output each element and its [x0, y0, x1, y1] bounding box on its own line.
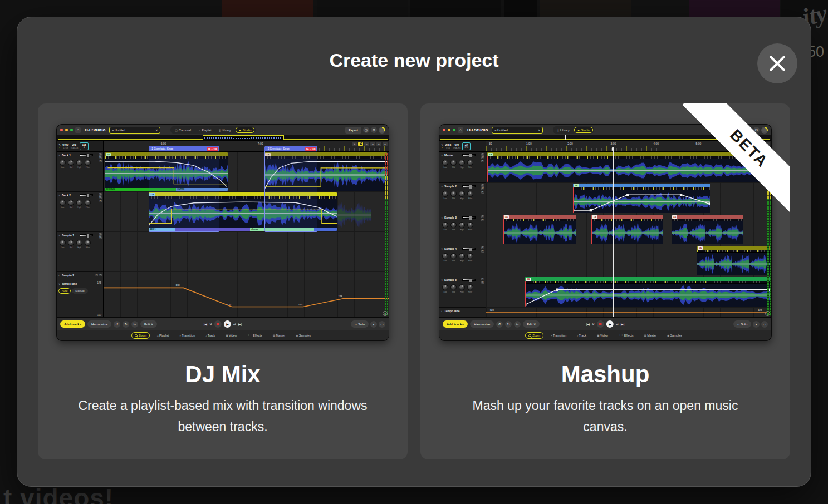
export-button[interactable]: Export: [345, 127, 361, 134]
chevron-down-icon[interactable]: ∨: [58, 283, 61, 285]
chevron-down-icon[interactable]: ∨: [441, 279, 443, 281]
solo-button[interactable]: ∩ Solo: [351, 320, 369, 328]
knob-filter[interactable]: Filter: [85, 160, 91, 169]
knob-dial[interactable]: [467, 284, 473, 290]
cut-button[interactable]: ✂: [131, 321, 138, 328]
knob-dial[interactable]: [60, 200, 66, 206]
track-button-s[interactable]: S: [481, 246, 484, 249]
track-button-m[interactable]: M: [481, 187, 484, 190]
knob-dial[interactable]: [68, 240, 74, 246]
chevron-down-icon[interactable]: ∨: [58, 234, 61, 237]
knob-mid[interactable]: Mid: [450, 284, 457, 293]
history-icon[interactable]: ◷: [363, 127, 369, 133]
track-button-a[interactable]: A: [481, 160, 484, 162]
track-button-s[interactable]: S: [99, 233, 102, 236]
knob-dial[interactable]: [68, 200, 74, 206]
jump-back-button[interactable]: «: [759, 142, 764, 146]
chevron-down-icon[interactable]: ∨: [58, 194, 61, 197]
chevron-down-icon[interactable]: ∨: [441, 154, 443, 157]
knob-dial[interactable]: [450, 284, 457, 290]
pencil-button[interactable]: ✎: [734, 142, 739, 146]
knob-dial[interactable]: [450, 191, 457, 197]
jump-back-button[interactable]: «: [376, 142, 381, 146]
knob-dial[interactable]: [467, 253, 473, 259]
skip-to-start-button[interactable]: |◀: [204, 322, 207, 326]
knob-high[interactable]: High: [76, 240, 82, 249]
track-volume-slider[interactable]: [462, 185, 476, 187]
audio-clip[interactable]: 6A: [697, 246, 771, 275]
bottom-tab-transition[interactable]: ×Transition: [547, 332, 570, 339]
tab-playlist[interactable]: ≡Playlist: [195, 127, 214, 133]
settings-gear-icon[interactable]: ⚙: [753, 127, 760, 133]
bottom-tab-video[interactable]: ▣Video: [594, 332, 611, 339]
harmonize-button[interactable]: Harmonize: [470, 320, 494, 328]
redo-button[interactable]: ↻: [123, 321, 129, 328]
knob-mid[interactable]: Mid: [450, 253, 457, 262]
knob-low[interactable]: Low: [442, 222, 448, 231]
tempo-mode-manual[interactable]: Manual: [72, 288, 87, 294]
avatar[interactable]: [379, 127, 385, 134]
skip-to-end-button[interactable]: ▶|: [621, 322, 624, 326]
bottom-tab-effects[interactable]: ⋮⋮Effects: [244, 332, 266, 339]
audio-clip[interactable]: 1A: [591, 215, 663, 244]
audio-clip[interactable]: 5A: [503, 215, 576, 244]
tempo-lane[interactable]: 138120120128: [104, 280, 389, 318]
knob-filter[interactable]: Filter: [467, 222, 473, 231]
knob-filter[interactable]: Filter: [467, 284, 473, 293]
traffic-light-green[interactable]: [453, 129, 455, 131]
home-button[interactable]: ⌂: [75, 127, 81, 133]
snap-lock-button[interactable]: [741, 142, 746, 146]
overview-playhead[interactable]: [565, 135, 566, 140]
home-button[interactable]: ⌂: [458, 127, 463, 133]
bottom-tab-track[interactable]: ♪Track: [202, 332, 218, 339]
knob-dial[interactable]: [76, 240, 82, 246]
zoom-in-button[interactable]: +: [753, 142, 758, 146]
knob-dial[interactable]: [467, 160, 473, 166]
chevron-down-icon[interactable]: ∨: [58, 154, 61, 157]
track-button-s[interactable]: S: [99, 193, 102, 196]
knob-low[interactable]: Low: [442, 284, 448, 293]
solo-button[interactable]: ∩ Solo: [733, 320, 751, 328]
display-button[interactable]: ▭: [761, 321, 768, 328]
track-volume-slider[interactable]: [80, 194, 93, 196]
jump-forward-button[interactable]: »: [383, 142, 388, 146]
knob-high[interactable]: High: [459, 253, 465, 262]
traffic-light-yellow[interactable]: [65, 129, 68, 131]
tempo-mode-auto[interactable]: Auto: [58, 288, 71, 294]
track-button-s[interactable]: S: [95, 274, 98, 276]
knob-high[interactable]: High: [459, 284, 465, 293]
bottom-tab-master[interactable]: ▦Master: [270, 332, 289, 339]
traffic-light-yellow[interactable]: [448, 129, 450, 131]
undo-button[interactable]: ↺: [114, 321, 120, 328]
knob-dial[interactable]: [442, 160, 448, 166]
traffic-light-green[interactable]: [70, 129, 73, 131]
track-button-m[interactable]: M: [481, 281, 484, 284]
track-button-s[interactable]: S: [481, 278, 484, 280]
knob-high[interactable]: High: [459, 222, 465, 231]
knob-dial[interactable]: [450, 160, 457, 166]
zoom-out-button[interactable]: −: [747, 142, 752, 146]
display-button[interactable]: ▭: [379, 321, 385, 328]
edit-menu-button[interactable]: Edit ∨: [523, 320, 540, 328]
track-button-m[interactable]: M: [99, 196, 102, 199]
knob-dial[interactable]: [85, 160, 91, 166]
knob-dial[interactable]: [450, 253, 457, 259]
zoom-in-button[interactable]: +: [370, 142, 375, 146]
knob-mid[interactable]: Mid: [68, 160, 74, 169]
knob-mid[interactable]: Mid: [450, 222, 457, 231]
track-button-m[interactable]: M: [481, 250, 484, 253]
option-card-dj-mix[interactable]: ⌂DJ.Studio≡ Untitled∨▢Carousel≡Playlist∥…: [38, 103, 408, 459]
knob-mid[interactable]: Mid: [450, 160, 457, 169]
track-button-m[interactable]: M: [481, 219, 484, 221]
record-button[interactable]: [597, 320, 604, 328]
tab-library[interactable]: ∥Library: [215, 127, 234, 133]
transition-header[interactable]: ◦1 Crossfade, Swap5A → 11B: [149, 146, 219, 151]
knob-dial[interactable]: [442, 222, 448, 228]
audio-clip[interactable]: 5A: [487, 152, 770, 182]
tab-carousel[interactable]: ▢Carousel: [172, 127, 194, 133]
metronome-button[interactable]: ▴: [753, 321, 760, 328]
track-button-s[interactable]: S: [481, 215, 484, 218]
track-volume-slider[interactable]: [462, 154, 476, 156]
redo-button[interactable]: ↻: [505, 321, 512, 328]
track-button-s[interactable]: S: [481, 153, 484, 156]
